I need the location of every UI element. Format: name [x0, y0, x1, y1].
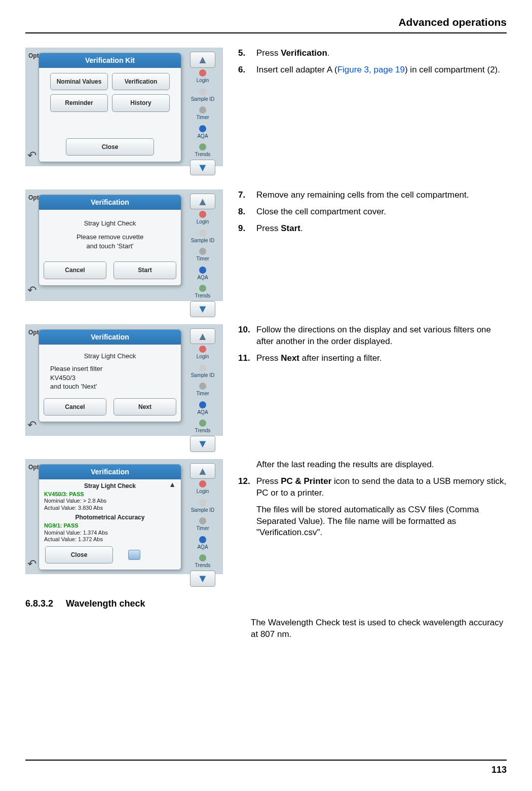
- popup-line: Stray Light Check: [45, 219, 175, 228]
- scroll-down-button[interactable]: ▼: [190, 436, 215, 452]
- scroll-up-icon[interactable]: ▲: [169, 480, 176, 489]
- cancel-button[interactable]: Cancel: [44, 261, 106, 279]
- popup-results: Verification ▲ Stray Light Check KV450/3…: [39, 464, 181, 571]
- popup-line: Please remove cuvette: [45, 233, 175, 242]
- screenshot-verification-kit: Optical Checks Verification Kit Nominal …: [25, 48, 223, 166]
- scroll-down-button[interactable]: ▼: [190, 160, 215, 176]
- back-icon[interactable]: ↶: [27, 148, 36, 163]
- start-button[interactable]: Start: [113, 261, 176, 279]
- result-nominal: Nominal Value: > 2.8 Abs: [44, 498, 176, 505]
- section-title: Wavelength check: [66, 598, 145, 609]
- step-5: 5. Press Verification.: [238, 48, 507, 59]
- scroll-down-button[interactable]: ▼: [190, 571, 215, 587]
- popup-title: Verification Kit: [39, 53, 181, 68]
- nominal-values-button[interactable]: Nominal Values: [50, 73, 108, 90]
- scroll-up-button[interactable]: ▲: [190, 194, 215, 210]
- popup-line: Stray Light Check: [50, 352, 170, 361]
- back-icon[interactable]: ↶: [27, 556, 36, 572]
- step-9: 9. Press Start.: [238, 223, 507, 235]
- side-panel: ▲ Login Sample ID Timer AQA Trends ▼: [185, 52, 220, 162]
- screenshot-results: Optical Checks Verification ▲ Stray Ligh…: [25, 459, 223, 575]
- scroll-up-button[interactable]: ▲: [190, 52, 215, 68]
- side-trends[interactable]: Trends: [195, 152, 211, 157]
- chapter-title: Advanced operations: [25, 15, 507, 32]
- scroll-down-button[interactable]: ▼: [190, 301, 215, 317]
- step-10: 10. Follow the directions on the display…: [238, 324, 507, 348]
- instructions-block-2: 7. Remove any remaining cells from the c…: [238, 190, 507, 240]
- step-7: 7. Remove any remaining cells from the c…: [238, 190, 507, 201]
- section-heading: 6.8.3.2 Wavelength check: [25, 597, 507, 610]
- block-verification-kit: Optical Checks Verification Kit Nominal …: [25, 48, 507, 166]
- result-actual: Actual Value: 1.372 Abs: [44, 536, 176, 543]
- side-panel: ▲ Login Sample ID Timer AQA Trends ▼: [185, 194, 220, 297]
- footer-rule: [25, 760, 507, 761]
- popup-title: Verification: [39, 195, 181, 210]
- close-button[interactable]: Close: [45, 546, 113, 563]
- step-8: 8. Close the cell compartment cover.: [238, 206, 507, 218]
- step-12: 12. Press PC & Printer icon to send the …: [238, 476, 507, 499]
- popup-line: and touch 'Start': [45, 242, 175, 251]
- step-11: 11. Press Next after inserting a filter.: [238, 353, 507, 364]
- screenshot-next: Optical Checks Verification Stray Light …: [25, 324, 223, 436]
- page: Advanced operations Optical Checks Verif…: [0, 0, 532, 791]
- page-number: 113: [25, 764, 507, 776]
- back-icon[interactable]: ↶: [27, 283, 36, 298]
- step-number: 6.: [238, 64, 253, 76]
- result-pass: NG9/1: PASS: [44, 522, 176, 530]
- cancel-button[interactable]: Cancel: [44, 398, 106, 416]
- popup-verification-kit: Verification Kit Nominal Values Verifica…: [39, 53, 181, 162]
- verification-button[interactable]: Verification: [112, 73, 170, 90]
- popup-line: Please insert filter: [50, 364, 170, 373]
- step-12-extra: The files will be stored automatically a…: [238, 504, 507, 539]
- section-number: 6.8.3.2: [25, 598, 53, 609]
- popup-title: Verification: [39, 465, 181, 479]
- back-icon[interactable]: ↶: [27, 418, 36, 433]
- popup-next: Verification Stray Light Check Please in…: [39, 329, 181, 422]
- side-sample-id[interactable]: Sample ID: [191, 96, 215, 102]
- scroll-up-button[interactable]: ▲: [190, 328, 215, 345]
- side-login[interactable]: Login: [197, 78, 209, 83]
- results-heading: Photometrical Accuracy: [44, 514, 176, 521]
- result-actual: Actual Value: 3.830 Abs: [44, 505, 176, 512]
- block-results: Optical Checks Verification ▲ Stray Ligh…: [25, 459, 507, 575]
- side-aqa[interactable]: AQA: [197, 133, 208, 139]
- history-button[interactable]: History: [112, 94, 170, 111]
- side-timer[interactable]: Timer: [196, 115, 209, 120]
- step-6: 6. Insert cell adapter A (Figure 3, page…: [238, 64, 507, 76]
- next-button[interactable]: Next: [113, 398, 176, 416]
- scroll-up-button[interactable]: ▲: [190, 463, 215, 479]
- section-body: The Wavelength Check test is used to che…: [25, 617, 507, 641]
- popup-start: Verification Stray Light Check Please re…: [39, 195, 181, 286]
- popup-title: Verification: [39, 330, 181, 345]
- header-rule: [25, 32, 507, 33]
- page-footer: 113: [25, 760, 507, 776]
- popup-line: KV450/3: [50, 373, 170, 383]
- side-panel: ▲ Login Sample ID Timer AQA Trends ▼: [185, 463, 220, 571]
- instructions-block-4: After the last reading the results are d…: [238, 459, 507, 544]
- screenshot-start: Optical Checks Verification Stray Light …: [25, 190, 223, 301]
- block-start: Optical Checks Verification Stray Light …: [25, 190, 507, 301]
- close-button[interactable]: Close: [66, 138, 154, 156]
- block-next: Optical Checks Verification Stray Light …: [25, 324, 507, 436]
- instructions-block-1: 5. Press Verification. 6. Insert cell ad…: [238, 48, 507, 81]
- side-panel: ▲ Login Sample ID Timer AQA Trends ▼: [185, 328, 220, 432]
- results-heading: Stray Light Check: [44, 482, 176, 490]
- result-nominal: Nominal Value: 1.374 Abs: [44, 530, 176, 537]
- result-pass: KV450/3: PASS: [44, 491, 176, 498]
- cross-reference[interactable]: Figure 3, page 19: [337, 65, 405, 74]
- popup-line: and touch 'Next': [50, 382, 170, 391]
- instructions-block-3: 10. Follow the directions on the display…: [238, 324, 507, 369]
- step-number: 5.: [238, 48, 253, 59]
- reminder-button[interactable]: Reminder: [50, 94, 108, 111]
- pc-printer-icon[interactable]: [128, 550, 140, 560]
- step-12-intro: After the last reading the results are d…: [238, 459, 507, 471]
